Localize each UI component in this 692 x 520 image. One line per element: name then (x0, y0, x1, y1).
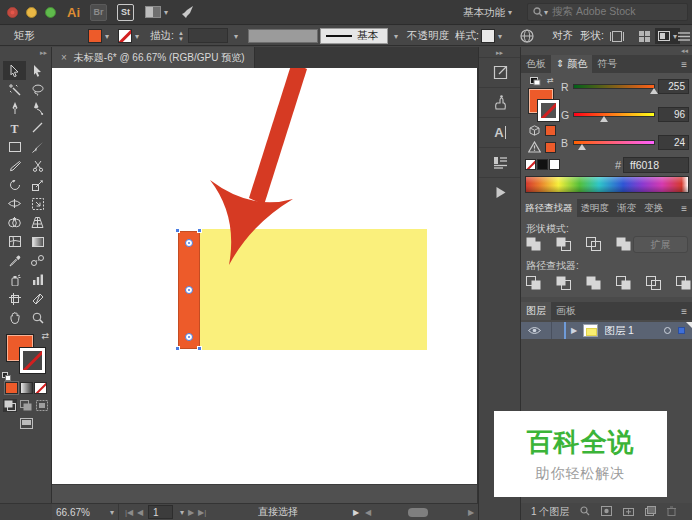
delete-layer-icon[interactable] (667, 506, 676, 518)
draw-normal-button[interactable] (3, 399, 17, 412)
draw-inside-button[interactable] (35, 399, 49, 412)
stroke-weight-stepper[interactable]: ▲▼ (178, 26, 184, 46)
selection-handle-bottom-left[interactable] (175, 346, 180, 351)
stroke-color-control[interactable]: ▾ (118, 26, 139, 46)
dock-character-icon[interactable]: A (479, 117, 521, 147)
tool-rotate[interactable] (3, 175, 26, 194)
selection-handle-top-left[interactable] (175, 228, 180, 233)
pathfinder-tab-渐变[interactable]: 渐变 (613, 199, 640, 217)
shape-mode-exclude-button[interactable] (615, 236, 632, 252)
tool-curvature[interactable] (26, 99, 49, 118)
pathfinder-outline-button[interactable] (645, 275, 662, 291)
layer-row[interactable]: ▶ 图层 1 (521, 322, 692, 339)
workspace-grid-icon[interactable] (639, 26, 650, 46)
hex-value-field[interactable]: ff6018 (623, 157, 689, 173)
dock-actions-icon[interactable] (479, 177, 521, 207)
dock-export-icon[interactable] (479, 57, 521, 87)
hscroll-left-icon[interactable]: ◀ (365, 504, 371, 520)
fill-color-control[interactable]: ▾ (88, 26, 109, 46)
layers-tab-画板[interactable]: 画板 (551, 302, 581, 320)
center-point-widget[interactable] (185, 286, 193, 294)
layer-visibility-icon[interactable] (528, 326, 541, 335)
align-label[interactable]: 对齐 (552, 26, 573, 46)
zoom-chevron-icon[interactable]: ▾ (110, 504, 114, 520)
screen-mode-button[interactable] (19, 417, 33, 430)
color-tab-符号[interactable]: 符号 (592, 55, 622, 73)
style-swatch[interactable] (481, 29, 495, 43)
stroke-weight-field[interactable] (188, 28, 228, 43)
artboard-chevron-icon[interactable]: ▾ (180, 504, 184, 520)
pathfinder-tab-变换[interactable]: 变换 (640, 199, 667, 217)
prev-artboard-icon[interactable]: ◀ (137, 504, 143, 520)
tool-slice[interactable] (26, 289, 49, 308)
fill-color-swatch[interactable] (88, 29, 102, 43)
tool-paintbrush[interactable] (26, 137, 49, 156)
layer-selection-indicator[interactable] (678, 327, 685, 334)
tool-free-transform[interactable] (26, 194, 49, 213)
pathfinder-merge-button[interactable] (585, 275, 602, 291)
next-artboard-icon[interactable]: ▶ (188, 504, 194, 520)
slider-thumb-r[interactable] (650, 88, 658, 94)
zoom-window-button[interactable] (45, 7, 56, 18)
stock-icon[interactable]: St (117, 4, 134, 21)
horizontal-scrollbar-thumb[interactable] (408, 508, 428, 517)
draw-behind-button[interactable] (19, 399, 33, 412)
invert-colors-icon[interactable] (530, 77, 541, 88)
canvas-area[interactable] (52, 68, 477, 503)
brush-chevron-icon[interactable]: ▾ (394, 26, 398, 46)
slider-track-r[interactable] (573, 84, 655, 89)
layer-name[interactable]: 图层 1 (604, 324, 634, 338)
corner-widget-top[interactable] (185, 239, 193, 247)
slider-value-b[interactable]: 24 (658, 135, 689, 150)
tool-line-segment[interactable] (26, 118, 49, 137)
status-flyout-icon[interactable]: ▶ (353, 504, 359, 520)
zoom-level[interactable]: 66.67% (56, 504, 90, 520)
color-tab-颜色[interactable]: ⇕ 颜色 (551, 55, 592, 73)
swap-fill-stroke-icon[interactable]: ⇄ (41, 331, 49, 341)
default-fill-stroke-icon[interactable] (2, 372, 12, 381)
shape-mode-minus-front-button[interactable] (555, 236, 572, 252)
tool-rectangle[interactable] (3, 137, 26, 156)
panel-collapse-icon[interactable]: ◂◂ (681, 47, 688, 55)
pathfinder-tab-路径查找器[interactable]: 路径查找器 (521, 199, 577, 217)
dock-paragraph-icon[interactable] (479, 147, 521, 177)
tool-scissors[interactable] (26, 156, 49, 175)
shape-properties-icon[interactable] (610, 26, 624, 46)
color-tab-色板[interactable]: 色板 (521, 55, 551, 73)
pathfinder-menu-icon[interactable]: ≡ (681, 203, 687, 214)
tool-mesh[interactable] (3, 232, 26, 251)
arrange-documents-icon[interactable]: ▾ (145, 6, 168, 18)
pathfinder-tab-透明度[interactable]: 透明度 (577, 199, 614, 217)
workspace-switcher[interactable]: 基本功能 ▾ (455, 4, 520, 21)
width-profile-dropdown[interactable] (248, 29, 318, 43)
slider-track-g[interactable] (573, 112, 655, 117)
tool-pencil[interactable] (3, 156, 26, 175)
layer-thumbnail[interactable] (583, 324, 598, 337)
tool-pen[interactable] (3, 99, 26, 118)
tool-type[interactable]: T (3, 118, 26, 137)
share-rocket-icon[interactable] (181, 5, 195, 19)
tool-width[interactable] (3, 194, 26, 213)
shape-mode-intersect-button[interactable] (585, 236, 602, 252)
selection-handle-bottom-right[interactable] (197, 346, 202, 351)
tool-eyedropper[interactable] (3, 251, 26, 270)
tool-column-graph[interactable] (26, 270, 49, 289)
last-artboard-icon[interactable]: ▶| (198, 504, 206, 520)
black-color-chip[interactable] (537, 159, 548, 170)
web-safe-color-chip[interactable] (545, 125, 556, 136)
color-spectrum-bar[interactable] (525, 176, 689, 193)
slider-value-g[interactable]: 96 (658, 107, 689, 122)
bridge-icon[interactable]: Br (90, 4, 107, 21)
gamut-color-chip[interactable] (545, 142, 556, 153)
tool-lasso[interactable] (26, 80, 49, 99)
dock-libraries-icon[interactable] (479, 87, 521, 117)
pathfinder-minus-back-button[interactable] (675, 275, 692, 291)
corner-widget-bottom[interactable] (185, 333, 193, 341)
tool-scale[interactable] (26, 175, 49, 194)
toolbar-collapse-icon[interactable]: ▸▸ (40, 49, 47, 57)
pathfinder-divide-button[interactable] (525, 275, 542, 291)
none-color-chip[interactable] (525, 159, 536, 170)
expand-button[interactable]: 扩展 (633, 236, 688, 253)
document-tab[interactable]: × 未标题-6* @ 66.67% (RGB/GPU 预览) (52, 47, 255, 68)
tool-symbol-sprayer[interactable] (3, 270, 26, 289)
